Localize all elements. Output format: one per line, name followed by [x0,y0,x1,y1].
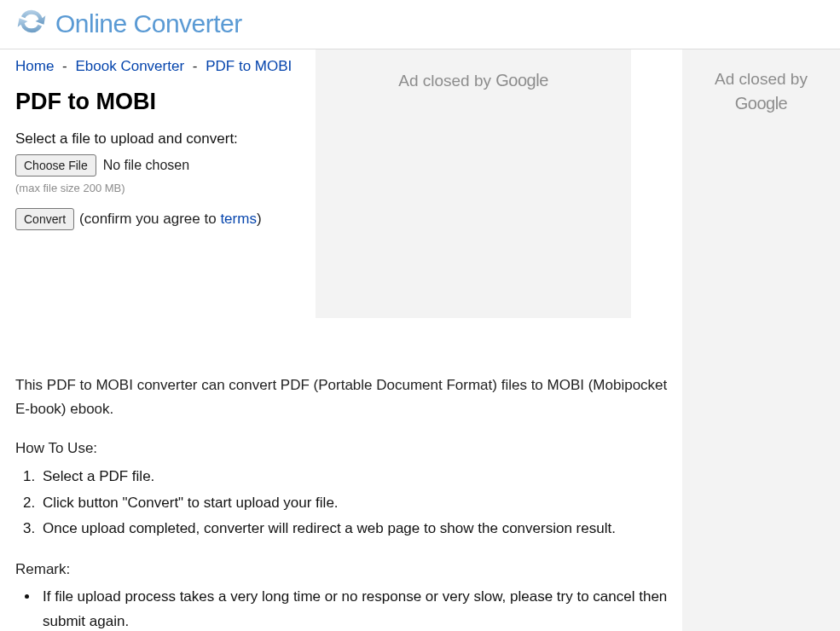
choose-file-button[interactable]: Choose File [15,154,96,177]
breadcrumb-current-link[interactable]: PDF to MOBI [206,58,292,74]
breadcrumb-separator: - [62,58,67,74]
confirm-prefix: (confirm you agree to [79,211,220,227]
terms-link[interactable]: terms [220,211,257,227]
ad-closed-label: Ad closed by Google [715,68,808,115]
site-title[interactable]: Online Converter [55,9,242,38]
list-item: Select a PDF file. [39,464,681,490]
breadcrumb-separator: - [193,58,198,74]
list-item: Click button "Convert" to start upload y… [39,490,681,517]
site-header: Online Converter [0,0,840,49]
confirm-text: (confirm you agree to terms) [79,211,262,228]
breadcrumb-ebook-link[interactable]: Ebook Converter [76,58,185,74]
google-logo-text: Google [735,94,788,113]
howto-steps-list: Select a PDF file. Click button "Convert… [15,464,681,542]
ad-slot-right: Ad closed by Google [682,49,840,631]
list-item: Once upload completed, converter will re… [39,516,681,542]
howto-heading: How To Use: [15,440,681,457]
confirm-suffix: ) [257,211,262,227]
convert-button[interactable]: Convert [15,208,74,230]
description-block: This PDF to MOBI converter can convert P… [15,373,681,631]
list-item: If file upload process takes a very long… [39,585,681,631]
google-logo-text: Google [495,71,548,90]
logo-area[interactable]: Online Converter [15,5,242,42]
remark-heading: Remark: [15,561,681,578]
refresh-arrows-icon [15,5,48,42]
ad-text-prefix: Ad closed by [398,72,495,90]
file-status-text: No file chosen [103,158,189,173]
ad-text-prefix: Ad closed by [715,70,808,88]
intro-paragraph: This PDF to MOBI converter can convert P… [15,373,681,421]
breadcrumb-home-link[interactable]: Home [15,58,54,74]
content-area: Ad closed by Google Ad closed by Google … [0,49,840,631]
remarks-list: If file upload process takes a very long… [15,585,681,631]
ad-slot-middle: Ad closed by Google [316,49,631,318]
ad-closed-label: Ad closed by Google [398,68,548,93]
